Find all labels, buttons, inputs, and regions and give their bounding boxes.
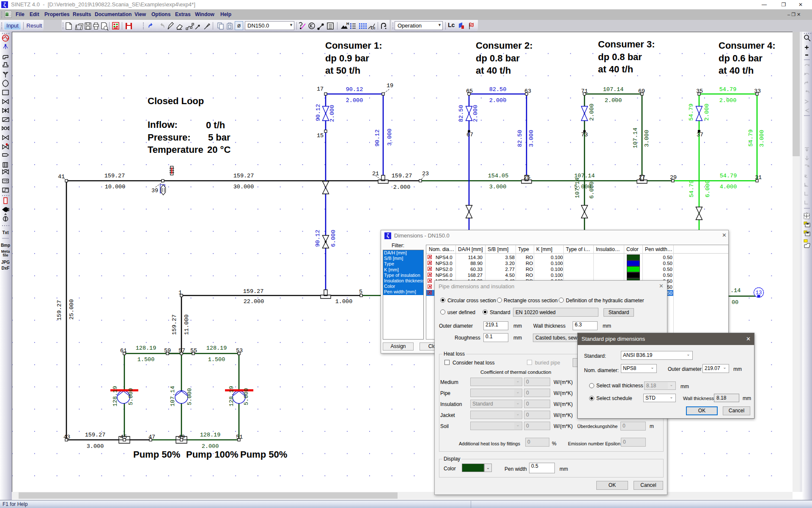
svg-text:5: 5 [359, 289, 362, 295]
svg-text:54.79: 54.79 [719, 86, 737, 93]
svg-text:Txt: Txt [3, 230, 9, 235]
svg-text:Pump 50%: Pump 50% [133, 449, 180, 460]
svg-text:41: 41 [58, 174, 65, 180]
svg-text:71: 71 [581, 88, 588, 94]
svg-text:3.000: 3.000 [387, 129, 393, 146]
svg-text:63: 63 [524, 88, 531, 94]
svg-text:54.79: 54.79 [688, 104, 694, 121]
svg-text:107.14: 107.14 [632, 128, 639, 149]
svg-text:file: file [3, 253, 8, 257]
svg-text:27: 27 [639, 174, 645, 181]
svg-text:5.000: 5.000 [187, 388, 193, 406]
svg-text:Temperature: Temperature [148, 144, 203, 155]
svg-text:Consumer 4:: Consumer 4: [719, 40, 775, 51]
svg-text:6.000: 6.000 [705, 180, 711, 198]
svg-text:15: 15 [317, 133, 324, 139]
svg-text:11.000: 11.000 [184, 315, 190, 335]
svg-text:23: 23 [422, 171, 429, 177]
svg-text:53: 53 [236, 348, 243, 354]
svg-text:dp 0.8 bar: dp 0.8 bar [476, 53, 520, 64]
svg-text:4.000: 4.000 [720, 184, 737, 190]
svg-text:2.000: 2.000 [719, 97, 737, 104]
svg-text:Pump 50%: Pump 50% [240, 449, 287, 460]
svg-text:159.27: 159.27 [56, 300, 63, 321]
svg-text:1.500: 1.500 [137, 356, 155, 363]
svg-text:Consumer 1:: Consumer 1: [325, 40, 382, 51]
svg-text:1.000: 1.000 [335, 298, 353, 305]
svg-text:at 50 t/h: at 50 t/h [325, 65, 360, 76]
svg-text:dp 0.6 bar: dp 0.6 bar [719, 53, 763, 64]
svg-text:Pump 100%: Pump 100% [186, 449, 239, 460]
svg-text:33: 33 [754, 88, 761, 94]
svg-text:at 40 t/h: at 40 t/h [598, 64, 633, 75]
svg-text:2.000: 2.000 [202, 443, 219, 450]
svg-text:00: 00 [732, 299, 738, 306]
svg-text:54.79: 54.79 [748, 130, 754, 147]
svg-text:3.000: 3.000 [87, 443, 104, 450]
svg-text:0 t/h: 0 t/h [206, 120, 225, 130]
svg-text:54.79: 54.79 [720, 173, 737, 179]
svg-text:45: 45 [120, 434, 127, 440]
svg-text:5.000: 5.000 [243, 388, 250, 406]
svg-text:47: 47 [148, 434, 155, 440]
svg-text:1.500: 1.500 [208, 356, 225, 363]
svg-text:JPG: JPG [1, 260, 10, 265]
svg-text:Inflow:: Inflow: [148, 119, 178, 130]
svg-text:107.14: 107.14 [170, 386, 176, 407]
svg-text:2.000: 2.000 [489, 97, 507, 104]
svg-text:dp 0.9 bar: dp 0.9 bar [325, 53, 369, 64]
svg-text:128.19: 128.19 [206, 345, 227, 351]
svg-text:10.000: 10.000 [105, 184, 126, 190]
svg-text:2.000: 2.000 [605, 97, 622, 104]
svg-text:54.79: 54.79 [689, 180, 695, 198]
svg-text:2.000: 2.000 [472, 105, 479, 122]
svg-text:107.14: 107.14 [574, 178, 581, 199]
svg-text:3.000: 3.000 [644, 130, 650, 147]
svg-text:65: 65 [466, 88, 473, 94]
svg-text:37: 37 [697, 132, 703, 138]
svg-text:1: 1 [178, 290, 182, 296]
svg-text:2.000: 2.000 [329, 105, 335, 122]
svg-text:31: 31 [755, 174, 762, 181]
svg-text:29: 29 [670, 174, 677, 181]
svg-text:159.27: 159.27 [243, 288, 264, 295]
svg-text:49: 49 [178, 434, 185, 440]
svg-text:43: 43 [63, 434, 70, 440]
svg-text:59: 59 [164, 348, 171, 354]
svg-text:128.19: 128.19 [112, 386, 118, 407]
svg-text:6.000: 6.000 [589, 182, 595, 199]
svg-text:82.50: 82.50 [517, 130, 523, 147]
svg-text:82.50: 82.50 [489, 86, 507, 93]
svg-text:2.000: 2.000 [589, 104, 595, 121]
svg-text:128.19: 128.19 [136, 345, 156, 351]
svg-text:107.14: 107.14 [603, 86, 624, 93]
svg-text:159.27: 159.27 [85, 432, 106, 438]
svg-text:6.000: 6.000 [330, 230, 337, 247]
svg-text:3.000: 3.000 [528, 130, 535, 147]
svg-text:17: 17 [317, 86, 324, 92]
svg-text:5 bar: 5 bar [208, 132, 230, 143]
svg-text:2.000: 2.000 [704, 104, 710, 121]
svg-text:2.000: 2.000 [346, 97, 363, 104]
svg-text:3.000: 3.000 [489, 184, 507, 190]
svg-text:Pressure:: Pressure: [148, 132, 191, 143]
svg-text:61: 61 [120, 348, 127, 354]
svg-text:Bmp: Bmp [1, 243, 10, 248]
svg-text:Closed Loop: Closed Loop [148, 96, 204, 106]
svg-text:13: 13 [755, 290, 762, 296]
svg-text:2.000: 2.000 [393, 184, 411, 190]
svg-text:90.12: 90.12 [315, 230, 321, 247]
svg-text:35: 35 [696, 88, 703, 94]
svg-text:25.000: 25.000 [69, 299, 75, 320]
svg-text:Consumer 2:: Consumer 2: [476, 40, 532, 51]
svg-text:128.19: 128.19 [228, 386, 235, 407]
svg-text:154.05: 154.05 [488, 173, 509, 179]
svg-text:128.19: 128.19 [200, 432, 221, 438]
svg-text:90.12: 90.12 [374, 130, 381, 147]
svg-text:90.12: 90.12 [346, 86, 363, 93]
svg-text:DxF: DxF [2, 266, 10, 271]
svg-text:H: H [346, 22, 349, 26]
svg-text:3.000: 3.000 [759, 130, 765, 147]
svg-text:82.50: 82.50 [458, 105, 464, 122]
svg-text:67: 67 [466, 132, 473, 138]
